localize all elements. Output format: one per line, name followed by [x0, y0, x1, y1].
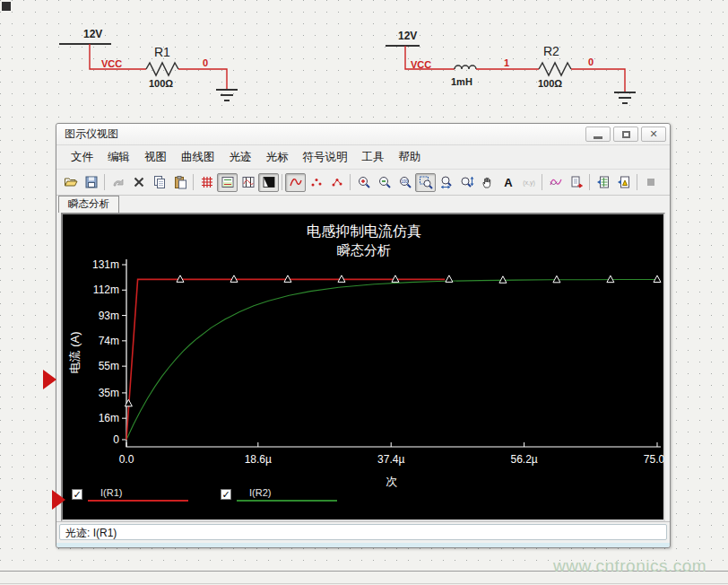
export-data-icon [569, 175, 584, 189]
svg-text:74m: 74m [99, 335, 119, 347]
net-label: 0 [588, 57, 594, 67]
pan-button[interactable] [477, 173, 498, 192]
tab-bar: 瞬态分析 [56, 196, 670, 213]
legend-line-ir2 [237, 500, 337, 502]
annotation-arrow-icon [52, 490, 65, 510]
menu-legend[interactable]: 符号说明 [296, 146, 355, 169]
cursors-icon [241, 175, 256, 189]
pan-icon [481, 175, 495, 189]
zoom-in-button[interactable] [353, 173, 374, 192]
toolbar-separator [637, 174, 637, 190]
ref-designator: R1 [154, 45, 170, 59]
save-button[interactable] [81, 173, 101, 192]
toolbar-separator [589, 174, 590, 190]
undo-button[interactable] [108, 173, 128, 192]
status-text: 光迹: I(R1) [59, 524, 667, 540]
svg-text:(x,y): (x,y) [523, 179, 535, 187]
inductor-symbol[interactable] [455, 65, 476, 69]
legend-item-ir2: ✓ I(R2) [221, 487, 337, 502]
export-graph-icon [617, 175, 631, 189]
transient-plot[interactable]: 电感抑制电流仿真瞬态分析电流 (A)次016m35m55m74m93m112m1… [63, 214, 665, 520]
legend-label-ir2: I(R2) [249, 487, 337, 498]
svg-text:电感抑制电流仿真: 电感抑制电流仿真 [307, 223, 421, 239]
menu-view[interactable]: 视图 [137, 146, 174, 169]
menu-cursor[interactable]: 光标 [259, 146, 296, 169]
menu-tools[interactable]: 工具 [355, 146, 392, 169]
show-line-points-button[interactable] [326, 173, 347, 192]
trace-checkbox-ir1[interactable]: ✓ [72, 489, 82, 500]
restore-icon [622, 131, 630, 138]
resistor-symbol[interactable] [539, 63, 571, 75]
tab-transient-analysis[interactable]: 瞬态分析 [58, 196, 119, 213]
zoom-full-button[interactable]: 100 [394, 173, 415, 192]
net-label: VCC [101, 58, 122, 69]
wire[interactable] [178, 69, 227, 90]
ground-symbol[interactable] [216, 90, 238, 100]
close-button[interactable]: ✕ [641, 127, 666, 142]
ref-designator: R2 [543, 44, 559, 58]
show-points-icon [309, 175, 324, 189]
legend-item-ir1: ✓ I(R1) [72, 487, 188, 502]
zoom-horizontal-button[interactable] [436, 173, 456, 192]
zoom-in-icon [357, 175, 371, 189]
toolbar-separator [104, 174, 105, 190]
background-toggle-button[interactable] [258, 173, 279, 192]
show-line-icon [289, 175, 303, 189]
menu-edit[interactable]: 编辑 [100, 146, 137, 169]
svg-text:0: 0 [113, 433, 119, 446]
copy-icon [152, 175, 167, 189]
undo-icon [111, 175, 126, 189]
watermark: www.cntronics.com [553, 556, 706, 576]
ground-symbol[interactable] [614, 92, 636, 103]
menu-help[interactable]: 帮助 [392, 146, 429, 169]
circuit-right[interactable]: 12V VCC 1mH 1 R2 100Ω 0 [386, 30, 636, 103]
svg-text:A: A [504, 176, 513, 189]
paste-button[interactable] [169, 173, 190, 192]
copy-button[interactable] [149, 173, 169, 192]
legend-panel-icon [221, 175, 235, 189]
export-graph-button[interactable] [613, 173, 634, 192]
wire[interactable] [571, 69, 625, 92]
background-toggle-icon [262, 175, 276, 189]
show-line-button[interactable] [285, 173, 306, 192]
legend-panel-button[interactable] [217, 173, 238, 192]
supply-label: 12V [398, 30, 417, 42]
circuit-left[interactable]: 12V VCC R1 100Ω 0 [59, 28, 238, 100]
export-excel-button[interactable] [593, 173, 613, 192]
zoom-out-button[interactable] [374, 173, 394, 192]
zoom-vertical-button[interactable] [456, 173, 477, 192]
toolbar-separator [542, 174, 542, 190]
delete-button[interactable] [128, 173, 149, 192]
restore-button[interactable] [613, 127, 638, 142]
svg-text:电流 (A): 电流 (A) [68, 332, 82, 374]
svg-text:16m: 16m [99, 412, 119, 424]
overlay-traces-button[interactable] [545, 173, 566, 192]
net-label: 0 [203, 57, 208, 68]
save-icon [84, 175, 99, 189]
export-data-button[interactable] [566, 173, 586, 192]
open-button[interactable] [60, 173, 81, 192]
menu-graph[interactable]: 曲线图 [174, 146, 222, 169]
menu-trace[interactable]: 光迹 [222, 146, 259, 169]
resistor-symbol[interactable] [146, 63, 178, 75]
chart-legend: ✓ I(R1) ✓ I(R2) [72, 487, 369, 502]
stop-button[interactable] [640, 173, 661, 192]
trace-checkbox-ir2[interactable]: ✓ [221, 489, 231, 500]
zoom-vertical-icon [460, 175, 474, 189]
add-text-button[interactable]: A [498, 173, 518, 192]
show-points-button[interactable] [306, 173, 326, 192]
status-bar: 光迹: I(R1) [56, 521, 670, 543]
coordinates-button[interactable]: (x,y) [518, 173, 539, 192]
grid-button[interactable] [196, 173, 217, 192]
window-titlebar[interactable]: 图示仪视图 ✕ [56, 124, 670, 145]
svg-text:100: 100 [401, 179, 408, 184]
menu-file[interactable]: 文件 [64, 146, 100, 169]
grid-icon [200, 175, 214, 189]
svg-text:瞬态分析: 瞬态分析 [337, 242, 391, 258]
minimize-button[interactable] [585, 127, 611, 142]
chart-area[interactable]: 电感抑制电流仿真瞬态分析电流 (A)次016m35m55m74m93m112m1… [61, 213, 665, 521]
component-value: 1mH [451, 76, 472, 87]
zoom-select-button[interactable] [415, 173, 436, 192]
zoom-full-icon: 100 [398, 175, 412, 189]
cursors-button[interactable] [238, 173, 258, 192]
